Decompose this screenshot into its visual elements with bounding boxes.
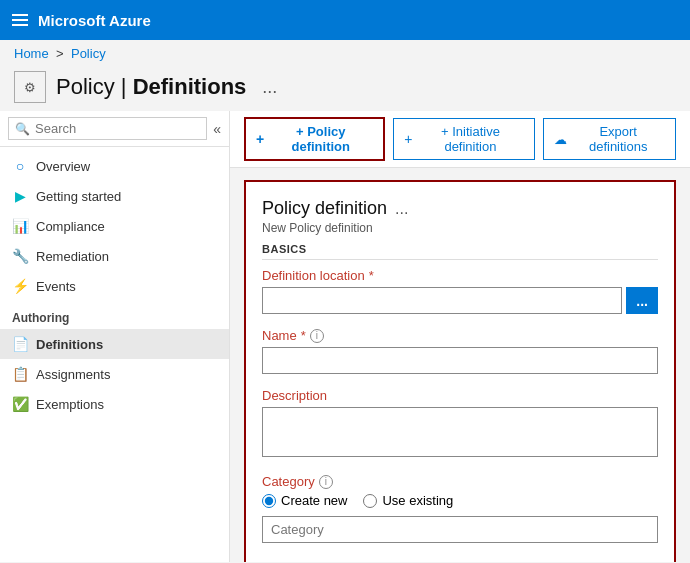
sidebar-item-label: Overview	[36, 159, 90, 174]
panel-more-btn[interactable]: ...	[395, 200, 408, 218]
name-info-icon[interactable]: i	[310, 329, 324, 343]
policy-definition-label: + Policy definition	[268, 124, 373, 154]
export-definitions-label: Export definitions	[571, 124, 665, 154]
breadcrumb-sep: >	[56, 46, 64, 61]
page-header: ⚙ Policy | Definitions ...	[0, 67, 690, 111]
sidebar-item-label: Events	[36, 279, 76, 294]
policy-icon: ⚙	[24, 80, 36, 95]
use-existing-radio[interactable]: Use existing	[363, 493, 453, 508]
sidebar-item-definitions[interactable]: 📄 Definitions	[0, 329, 229, 359]
create-new-radio[interactable]: Create new	[262, 493, 347, 508]
sidebar-collapse-btn[interactable]: «	[213, 121, 221, 137]
authoring-section-label: Authoring	[0, 301, 229, 329]
plus-icon: +	[404, 131, 412, 147]
panel-subtitle: New Policy definition	[262, 221, 658, 235]
breadcrumb: Home > Policy	[0, 40, 690, 67]
definition-location-label: Definition location *	[262, 268, 658, 283]
compliance-icon: 📊	[12, 218, 28, 234]
sidebar-search-row: 🔍 «	[0, 111, 229, 147]
description-label: Description	[262, 388, 658, 403]
category-label: Category i	[262, 474, 658, 489]
sidebar-item-exemptions[interactable]: ✅ Exemptions	[0, 389, 229, 419]
definition-location-group: Definition location * ...	[262, 268, 658, 314]
panel-title: Policy definition	[262, 198, 387, 219]
use-existing-label: Use existing	[382, 493, 453, 508]
definition-location-input[interactable]	[262, 287, 622, 314]
assignments-icon: 📋	[12, 366, 28, 382]
breadcrumb-home[interactable]: Home	[14, 46, 49, 61]
initiative-definition-btn[interactable]: + + Initiative definition	[393, 118, 535, 160]
sidebar-item-label: Compliance	[36, 219, 105, 234]
category-group: Category i Create new Use existing	[262, 474, 658, 543]
name-label: Name * i	[262, 328, 658, 343]
plus-icon: +	[256, 131, 264, 147]
export-definitions-btn[interactable]: ☁ Export definitions	[543, 118, 676, 160]
search-icon: 🔍	[15, 122, 30, 136]
sidebar-item-label: Getting started	[36, 189, 121, 204]
exemptions-icon: ✅	[12, 396, 28, 412]
sidebar-search-box[interactable]: 🔍	[8, 117, 207, 140]
policy-definition-panel: Policy definition ... New Policy definit…	[244, 180, 676, 562]
content-area: + + Policy definition + + Initiative def…	[230, 111, 690, 562]
description-input[interactable]	[262, 407, 658, 457]
sidebar-nav: ○ Overview ▶ Getting started 📊 Complianc…	[0, 147, 229, 423]
app-title: Microsoft Azure	[38, 12, 151, 29]
panel-section-basics: BASICS	[262, 243, 658, 260]
export-cloud-icon: ☁	[554, 132, 567, 147]
description-group: Description	[262, 388, 658, 460]
sidebar-item-remediation[interactable]: 🔧 Remediation	[0, 241, 229, 271]
panel-title-row: Policy definition ...	[262, 198, 658, 219]
sidebar-item-assignments[interactable]: 📋 Assignments	[0, 359, 229, 389]
definition-location-input-row: ...	[262, 287, 658, 314]
events-icon: ⚡	[12, 278, 28, 294]
sidebar-item-events[interactable]: ⚡ Events	[0, 271, 229, 301]
policy-definition-btn[interactable]: + + Policy definition	[244, 117, 385, 161]
name-input[interactable]	[262, 347, 658, 374]
sidebar-item-label: Assignments	[36, 367, 110, 382]
remediation-icon: 🔧	[12, 248, 28, 264]
category-info-icon[interactable]: i	[319, 475, 333, 489]
use-existing-radio-input[interactable]	[363, 494, 377, 508]
overview-icon: ○	[12, 158, 28, 174]
topbar: Microsoft Azure	[0, 0, 690, 40]
action-bar: + + Policy definition + + Initiative def…	[230, 111, 690, 168]
create-new-radio-input[interactable]	[262, 494, 276, 508]
breadcrumb-current[interactable]: Policy	[71, 46, 106, 61]
sidebar-item-label: Exemptions	[36, 397, 104, 412]
category-input[interactable]	[262, 516, 658, 543]
page-header-icon: ⚙	[14, 71, 46, 103]
search-input[interactable]	[35, 121, 200, 136]
hamburger-menu[interactable]	[12, 14, 28, 26]
initiative-definition-label: + Initiative definition	[416, 124, 524, 154]
sidebar-item-getting-started[interactable]: ▶ Getting started	[0, 181, 229, 211]
name-group: Name * i	[262, 328, 658, 374]
main-layout: 🔍 « ○ Overview ▶ Getting started 📊 Compl…	[0, 111, 690, 562]
sidebar: 🔍 « ○ Overview ▶ Getting started 📊 Compl…	[0, 111, 230, 562]
browse-button[interactable]: ...	[626, 287, 658, 314]
panel-container: Policy definition ... New Policy definit…	[230, 168, 690, 562]
page-header-more[interactable]: ...	[262, 77, 277, 98]
sidebar-item-label: Definitions	[36, 337, 103, 352]
sidebar-item-label: Remediation	[36, 249, 109, 264]
category-radio-group: Create new Use existing	[262, 493, 658, 508]
definitions-icon: 📄	[12, 336, 28, 352]
page-title: Policy | Definitions	[56, 74, 246, 100]
getting-started-icon: ▶	[12, 188, 28, 204]
sidebar-item-compliance[interactable]: 📊 Compliance	[0, 211, 229, 241]
create-new-label: Create new	[281, 493, 347, 508]
sidebar-item-overview[interactable]: ○ Overview	[0, 151, 229, 181]
